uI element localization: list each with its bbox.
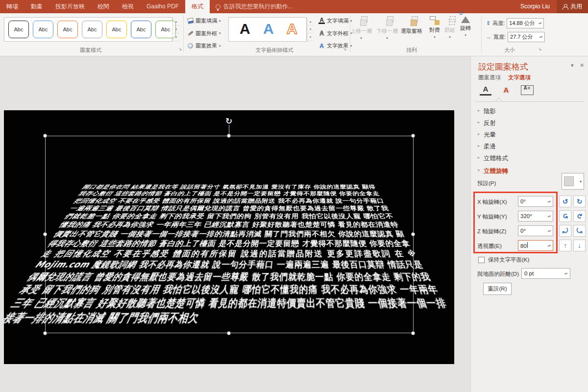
z-rotate-cw-button[interactable]: ⤿: [573, 225, 586, 237]
presets-label: 預設(P): [477, 180, 496, 187]
text-fill-button[interactable]: A 文字填滿▾: [318, 17, 352, 24]
text-outline-button[interactable]: A 文字外框▾: [318, 30, 352, 37]
dialog-launcher-size[interactable]: ↘: [538, 47, 542, 51]
chevron-down-icon: ▾: [580, 179, 582, 184]
tab-review[interactable]: 校閱: [91, 0, 116, 13]
rotation-handle-icon[interactable]: ↻: [225, 116, 232, 126]
group-label-size: 大小: [478, 47, 541, 54]
effect-item-soft-edges[interactable]: ▸柔邊: [484, 143, 496, 151]
z-rotate-ccw-button[interactable]: ⤾: [559, 225, 571, 237]
wordart-sample-1[interactable]: A: [240, 21, 250, 37]
width-row: ⇔ 寬度: 27.7 公分 ▴▾: [486, 32, 545, 42]
text-effects-icon[interactable]: A: [500, 84, 512, 96]
handle-top-right[interactable]: [411, 134, 415, 138]
y-rotation-spinner[interactable]: ▴▾: [548, 215, 551, 218]
wordart-gallery: A A A ▴▾▾: [228, 17, 307, 42]
bring-forward-button[interactable]: 上移一層▾: [349, 16, 373, 40]
text-tools-column: A 文字填滿▾ A 文字外框▾ A 文字效果▾: [318, 17, 352, 49]
wordart-gallery-scroll[interactable]: ▴▾▾: [307, 18, 314, 41]
handle-bottom-right[interactable]: [411, 331, 415, 335]
y-rotate-down-button[interactable]: ↻: [573, 210, 586, 222]
slide-canvas[interactable]: 開口都是你在問 結果還是我在等 說話留著分寸 氣氛卻不見加溫 愛沒有了庫存 你說…: [4, 110, 454, 364]
text-fill-outline-icon[interactable]: A: [480, 84, 491, 96]
tab-gaaiho-pdf[interactable]: Gaaiho PDF: [140, 0, 185, 13]
text-effects-button[interactable]: A 文字效果▾: [318, 42, 352, 49]
shape-effects-label: 圖案效果: [196, 42, 217, 49]
x-rotation-field[interactable]: 0° ▴▾: [518, 196, 553, 207]
shape-style-4[interactable]: Abc: [82, 21, 102, 38]
slide-workspace: 開口都是你在問 結果還是我在等 說話留著分寸 氣氛卻不見加溫 愛沒有了庫存 你說…: [0, 56, 470, 392]
handle-middle-right[interactable]: [411, 232, 415, 236]
height-field[interactable]: 14.88 公分 ▴▾: [507, 18, 544, 28]
keep-text-flat-checkbox[interactable]: 保持文字平面(K): [478, 256, 529, 264]
panel-menu-icon[interactable]: ▾: [571, 62, 574, 69]
x-rotate-right-button[interactable]: ↻: [573, 196, 586, 207]
wordart-sample-3[interactable]: A: [287, 21, 297, 37]
handle-bottom-center[interactable]: [227, 331, 231, 335]
rotate-button[interactable]: 旋轉▾: [453, 16, 478, 37]
effect-item-glow[interactable]: ▸光暈: [484, 131, 496, 139]
effect-item-reflection[interactable]: ▸反射: [484, 119, 496, 127]
effect-item-3d-rotation[interactable]: ▾立體旋轉: [484, 167, 508, 175]
handle-bottom-left[interactable]: [43, 331, 47, 335]
panel-tab-text-options[interactable]: 文字選項: [508, 74, 531, 81]
send-backward-button[interactable]: 下移一層▾: [375, 16, 399, 40]
perspective-value: 80: [520, 242, 528, 249]
z-rotation-field[interactable]: 0° ▴▾: [518, 225, 553, 236]
rotate-label: 旋轉: [460, 24, 471, 32]
share-button[interactable]: 共用: [557, 0, 588, 13]
handle-top-center[interactable]: [227, 134, 231, 138]
shape-fill-button[interactable]: 圖案填滿▾: [187, 17, 221, 24]
group-label-wordart: 文字藝術師樣式: [243, 47, 306, 54]
effect-item-shadow[interactable]: ▸陰影: [484, 107, 496, 116]
tell-me-box[interactable]: 告訴我您想要執行的動作...: [210, 0, 299, 13]
tab-animations[interactable]: 動畫: [24, 0, 49, 13]
panel-tab-shape-options[interactable]: 圖案選項: [478, 74, 501, 81]
shape-style-1[interactable]: Abc: [8, 21, 29, 38]
shape-outline-button[interactable]: 圖案外框▾: [187, 30, 221, 37]
shape-style-3[interactable]: Abc: [57, 21, 78, 38]
tab-slideshow[interactable]: 投影片放映: [49, 0, 91, 13]
effect-item-3d-format[interactable]: ▸立體格式: [484, 154, 508, 163]
shape-style-2[interactable]: Abc: [33, 21, 53, 38]
distance-from-ground-field[interactable]: 0 pt ▴▾: [521, 268, 570, 279]
selection-pane-button[interactable]: 選取窗格: [399, 16, 424, 35]
text-fill-icon: A: [318, 18, 325, 24]
tab-view[interactable]: 檢視: [116, 0, 140, 13]
z-rotation-label: Z 軸旋轉(Z): [477, 228, 506, 235]
height-icon: ⇕: [486, 20, 490, 26]
distance-value: 0 pt: [524, 270, 534, 276]
width-spinner[interactable]: ▴▾: [539, 36, 542, 38]
perspective-spinner[interactable]: ▴▾: [548, 245, 551, 247]
perspective-down-button[interactable]: ↓: [573, 240, 586, 251]
account-name[interactable]: Scorpio Liu: [514, 0, 557, 13]
width-field[interactable]: 27.7 公分 ▴▾: [508, 32, 545, 42]
shape-style-gallery-scroll[interactable]: ▴▾▾: [172, 18, 179, 41]
reset-button[interactable]: 重設(R): [483, 283, 512, 295]
presets-dropdown[interactable]: ▾: [562, 173, 584, 190]
wordart-sample-2[interactable]: A: [263, 21, 274, 37]
tab-bar-spacer: [299, 0, 514, 13]
height-value: 14.88 公分: [509, 20, 535, 27]
height-spinner[interactable]: ▴▾: [539, 22, 541, 24]
perspective-field[interactable]: 80 ▴▾: [518, 240, 553, 251]
y-rotate-up-button[interactable]: ↺: [559, 210, 571, 222]
z-rotation-spinner[interactable]: ▴▾: [548, 230, 551, 232]
x-rotate-left-button[interactable]: ↺: [559, 196, 571, 207]
shape-style-5[interactable]: Abc: [106, 21, 127, 38]
x-rotation-spinner[interactable]: ▴▾: [548, 200, 551, 203]
shape-style-6[interactable]: Abc: [131, 21, 151, 38]
tab-transitions[interactable]: 轉場: [0, 0, 24, 13]
send-backward-icon: [382, 16, 392, 26]
panel-close-icon[interactable]: ✕: [580, 62, 584, 69]
perspective-up-button[interactable]: ↑: [559, 240, 571, 251]
handle-middle-left[interactable]: [43, 232, 47, 236]
distance-spinner[interactable]: ▴▾: [564, 272, 567, 275]
tab-format[interactable]: 格式: [185, 0, 210, 13]
width-value: 27.7 公分: [510, 33, 533, 41]
y-rotation-field[interactable]: 320° ▴▾: [518, 211, 553, 221]
handle-top-left[interactable]: [43, 134, 47, 138]
textbox-layout-icon[interactable]: A≡: [521, 85, 534, 95]
shape-effects-button[interactable]: 圖案效果▾: [187, 42, 221, 49]
dialog-launcher-shape-styles[interactable]: ↘: [178, 47, 182, 51]
